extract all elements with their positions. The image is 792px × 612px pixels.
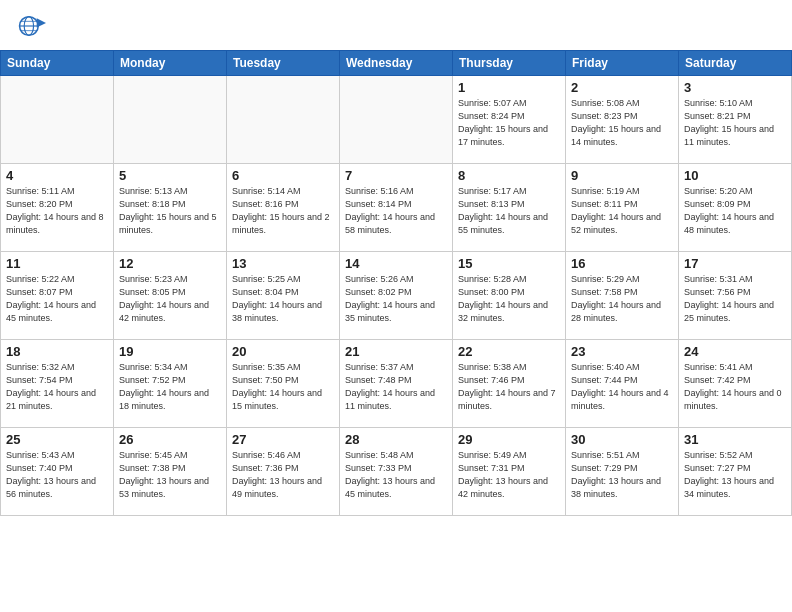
week-row-1: 1Sunrise: 5:07 AMSunset: 8:24 PMDaylight… (1, 76, 792, 164)
day-number-7: 7 (345, 168, 447, 183)
day-info-17: Sunrise: 5:31 AMSunset: 7:56 PMDaylight:… (684, 273, 786, 325)
day-number-14: 14 (345, 256, 447, 271)
day-number-17: 17 (684, 256, 786, 271)
day-info-1: Sunrise: 5:07 AMSunset: 8:24 PMDaylight:… (458, 97, 560, 149)
day-info-27: Sunrise: 5:46 AMSunset: 7:36 PMDaylight:… (232, 449, 334, 501)
day-number-26: 26 (119, 432, 221, 447)
day-info-8: Sunrise: 5:17 AMSunset: 8:13 PMDaylight:… (458, 185, 560, 237)
day-info-18: Sunrise: 5:32 AMSunset: 7:54 PMDaylight:… (6, 361, 108, 413)
day-info-21: Sunrise: 5:37 AMSunset: 7:48 PMDaylight:… (345, 361, 447, 413)
day-info-30: Sunrise: 5:51 AMSunset: 7:29 PMDaylight:… (571, 449, 673, 501)
day-info-4: Sunrise: 5:11 AMSunset: 8:20 PMDaylight:… (6, 185, 108, 237)
day-info-7: Sunrise: 5:16 AMSunset: 8:14 PMDaylight:… (345, 185, 447, 237)
page: SundayMondayTuesdayWednesdayThursdayFrid… (0, 0, 792, 612)
day-number-15: 15 (458, 256, 560, 271)
calendar-cell-empty-0-1 (114, 76, 227, 164)
calendar-cell-7: 7Sunrise: 5:16 AMSunset: 8:14 PMDaylight… (340, 164, 453, 252)
calendar-cell-6: 6Sunrise: 5:14 AMSunset: 8:16 PMDaylight… (227, 164, 340, 252)
day-info-9: Sunrise: 5:19 AMSunset: 8:11 PMDaylight:… (571, 185, 673, 237)
day-number-6: 6 (232, 168, 334, 183)
weekday-header-monday: Monday (114, 51, 227, 76)
day-info-28: Sunrise: 5:48 AMSunset: 7:33 PMDaylight:… (345, 449, 447, 501)
calendar-cell-17: 17Sunrise: 5:31 AMSunset: 7:56 PMDayligh… (679, 252, 792, 340)
logo (18, 12, 50, 40)
day-number-8: 8 (458, 168, 560, 183)
day-number-21: 21 (345, 344, 447, 359)
calendar-cell-13: 13Sunrise: 5:25 AMSunset: 8:04 PMDayligh… (227, 252, 340, 340)
calendar-cell-empty-0-0 (1, 76, 114, 164)
week-row-5: 25Sunrise: 5:43 AMSunset: 7:40 PMDayligh… (1, 428, 792, 516)
day-info-20: Sunrise: 5:35 AMSunset: 7:50 PMDaylight:… (232, 361, 334, 413)
day-info-19: Sunrise: 5:34 AMSunset: 7:52 PMDaylight:… (119, 361, 221, 413)
weekday-header-sunday: Sunday (1, 51, 114, 76)
calendar-cell-21: 21Sunrise: 5:37 AMSunset: 7:48 PMDayligh… (340, 340, 453, 428)
day-number-12: 12 (119, 256, 221, 271)
weekday-header-row: SundayMondayTuesdayWednesdayThursdayFrid… (1, 51, 792, 76)
calendar-cell-31: 31Sunrise: 5:52 AMSunset: 7:27 PMDayligh… (679, 428, 792, 516)
day-info-3: Sunrise: 5:10 AMSunset: 8:21 PMDaylight:… (684, 97, 786, 149)
day-info-12: Sunrise: 5:23 AMSunset: 8:05 PMDaylight:… (119, 273, 221, 325)
day-number-27: 27 (232, 432, 334, 447)
week-row-2: 4Sunrise: 5:11 AMSunset: 8:20 PMDaylight… (1, 164, 792, 252)
calendar-cell-18: 18Sunrise: 5:32 AMSunset: 7:54 PMDayligh… (1, 340, 114, 428)
day-number-5: 5 (119, 168, 221, 183)
calendar-cell-25: 25Sunrise: 5:43 AMSunset: 7:40 PMDayligh… (1, 428, 114, 516)
header (0, 0, 792, 46)
day-info-26: Sunrise: 5:45 AMSunset: 7:38 PMDaylight:… (119, 449, 221, 501)
day-info-15: Sunrise: 5:28 AMSunset: 8:00 PMDaylight:… (458, 273, 560, 325)
calendar-cell-12: 12Sunrise: 5:23 AMSunset: 8:05 PMDayligh… (114, 252, 227, 340)
weekday-header-tuesday: Tuesday (227, 51, 340, 76)
calendar-cell-15: 15Sunrise: 5:28 AMSunset: 8:00 PMDayligh… (453, 252, 566, 340)
calendar-cell-28: 28Sunrise: 5:48 AMSunset: 7:33 PMDayligh… (340, 428, 453, 516)
day-number-18: 18 (6, 344, 108, 359)
day-info-10: Sunrise: 5:20 AMSunset: 8:09 PMDaylight:… (684, 185, 786, 237)
calendar-cell-4: 4Sunrise: 5:11 AMSunset: 8:20 PMDaylight… (1, 164, 114, 252)
day-number-1: 1 (458, 80, 560, 95)
calendar-cell-16: 16Sunrise: 5:29 AMSunset: 7:58 PMDayligh… (566, 252, 679, 340)
day-number-20: 20 (232, 344, 334, 359)
week-row-4: 18Sunrise: 5:32 AMSunset: 7:54 PMDayligh… (1, 340, 792, 428)
day-number-4: 4 (6, 168, 108, 183)
calendar-cell-27: 27Sunrise: 5:46 AMSunset: 7:36 PMDayligh… (227, 428, 340, 516)
day-number-2: 2 (571, 80, 673, 95)
day-info-25: Sunrise: 5:43 AMSunset: 7:40 PMDaylight:… (6, 449, 108, 501)
calendar-cell-1: 1Sunrise: 5:07 AMSunset: 8:24 PMDaylight… (453, 76, 566, 164)
day-number-19: 19 (119, 344, 221, 359)
calendar-cell-empty-0-3 (340, 76, 453, 164)
calendar-cell-8: 8Sunrise: 5:17 AMSunset: 8:13 PMDaylight… (453, 164, 566, 252)
calendar-cell-10: 10Sunrise: 5:20 AMSunset: 8:09 PMDayligh… (679, 164, 792, 252)
day-info-24: Sunrise: 5:41 AMSunset: 7:42 PMDaylight:… (684, 361, 786, 413)
day-number-3: 3 (684, 80, 786, 95)
calendar-cell-9: 9Sunrise: 5:19 AMSunset: 8:11 PMDaylight… (566, 164, 679, 252)
day-info-22: Sunrise: 5:38 AMSunset: 7:46 PMDaylight:… (458, 361, 560, 413)
day-info-2: Sunrise: 5:08 AMSunset: 8:23 PMDaylight:… (571, 97, 673, 149)
calendar-cell-19: 19Sunrise: 5:34 AMSunset: 7:52 PMDayligh… (114, 340, 227, 428)
calendar-cell-2: 2Sunrise: 5:08 AMSunset: 8:23 PMDaylight… (566, 76, 679, 164)
weekday-header-wednesday: Wednesday (340, 51, 453, 76)
day-info-13: Sunrise: 5:25 AMSunset: 8:04 PMDaylight:… (232, 273, 334, 325)
calendar-cell-22: 22Sunrise: 5:38 AMSunset: 7:46 PMDayligh… (453, 340, 566, 428)
day-number-10: 10 (684, 168, 786, 183)
day-number-13: 13 (232, 256, 334, 271)
day-number-24: 24 (684, 344, 786, 359)
logo-icon (18, 12, 46, 40)
calendar-cell-empty-0-2 (227, 76, 340, 164)
calendar-cell-3: 3Sunrise: 5:10 AMSunset: 8:21 PMDaylight… (679, 76, 792, 164)
day-number-29: 29 (458, 432, 560, 447)
day-number-30: 30 (571, 432, 673, 447)
calendar-cell-24: 24Sunrise: 5:41 AMSunset: 7:42 PMDayligh… (679, 340, 792, 428)
calendar-cell-29: 29Sunrise: 5:49 AMSunset: 7:31 PMDayligh… (453, 428, 566, 516)
day-info-16: Sunrise: 5:29 AMSunset: 7:58 PMDaylight:… (571, 273, 673, 325)
day-info-11: Sunrise: 5:22 AMSunset: 8:07 PMDaylight:… (6, 273, 108, 325)
calendar-cell-30: 30Sunrise: 5:51 AMSunset: 7:29 PMDayligh… (566, 428, 679, 516)
weekday-header-friday: Friday (566, 51, 679, 76)
day-info-29: Sunrise: 5:49 AMSunset: 7:31 PMDaylight:… (458, 449, 560, 501)
calendar-cell-5: 5Sunrise: 5:13 AMSunset: 8:18 PMDaylight… (114, 164, 227, 252)
calendar-table: SundayMondayTuesdayWednesdayThursdayFrid… (0, 50, 792, 516)
day-number-22: 22 (458, 344, 560, 359)
day-info-14: Sunrise: 5:26 AMSunset: 8:02 PMDaylight:… (345, 273, 447, 325)
calendar-cell-11: 11Sunrise: 5:22 AMSunset: 8:07 PMDayligh… (1, 252, 114, 340)
day-number-9: 9 (571, 168, 673, 183)
weekday-header-thursday: Thursday (453, 51, 566, 76)
week-row-3: 11Sunrise: 5:22 AMSunset: 8:07 PMDayligh… (1, 252, 792, 340)
